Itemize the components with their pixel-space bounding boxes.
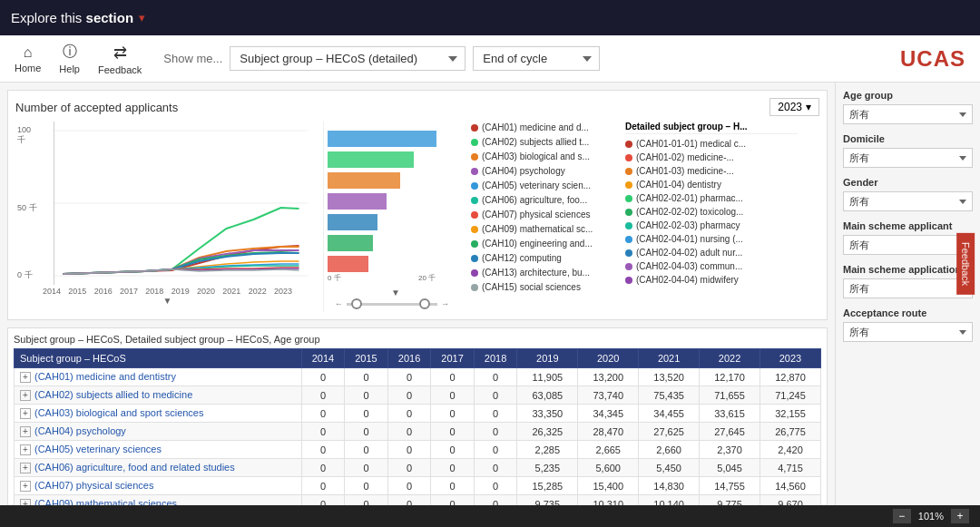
legend-label: (CAH09) mathematical sc... [482,223,593,235]
home-label: Home [15,63,41,73]
detailed-label: (CAH02-04-04) midwifery [636,274,739,286]
gender-select[interactable]: 所有 [843,191,973,211]
legend-dot [471,139,478,146]
bar-slider[interactable]: ← → [328,299,464,308]
legend-item: (CAH05) veterinary scien... [471,180,618,191]
gender-label: Gender [843,177,973,188]
table-value-cell: 0 [474,477,517,495]
main-scheme-applicant-filter: Main scheme applicant 所有 [843,220,973,255]
year-chevron: ▾ [806,101,811,113]
home-nav[interactable]: ⌂ Home [15,44,41,73]
age-group-label: Age group [843,90,973,101]
detailed-dot [625,195,632,202]
svg-text:0 千: 0 千 [328,274,341,282]
toolbar-nav: ⌂ Home ⓘ Help ⇄ Feedback [15,43,142,75]
table-value-cell: 0 [345,459,388,477]
table-value-cell: 15,400 [578,477,639,495]
table-header-cell: 2021 [639,349,700,368]
table-value-cell: 33,350 [517,405,578,423]
table-value-cell: 0 [301,477,345,495]
table-subject-cell: +(CAH03) biological and sport sciences [15,405,302,423]
legend-dot [471,240,478,248]
table-value-cell: 14,830 [639,477,700,495]
table-value-cell: 12,170 [700,368,760,386]
slider-thumb-right[interactable] [419,298,430,309]
expand-icon[interactable]: + [20,426,31,437]
legend-item: (CAH12) computing [471,252,618,264]
expand-icon[interactable]: + [20,463,31,473]
table-value-cell: 12,870 [760,368,820,386]
scroll-down-arrow[interactable]: ▼ [15,296,319,306]
table-value-cell: 14,755 [700,477,760,495]
chart-year[interactable]: 2023 ▾ [769,98,819,116]
legend-dot [471,255,478,262]
table-value-cell: 0 [431,405,475,423]
main-scheme-application-select[interactable]: 所有 [843,278,973,298]
acceptance-route-select[interactable]: 所有 [843,322,973,342]
bar-scroll-arrow[interactable]: ▼ [328,288,464,298]
legend-label: (CAH12) computing [482,252,562,264]
legend-label: (CAH03) biological and s... [482,151,590,162]
zoom-out-button[interactable]: − [893,509,911,523]
table-value-cell: 5,045 [700,459,760,477]
feedback-side-button[interactable]: Feedback [956,232,975,294]
detailed-dot [625,222,632,229]
legend-item: (CAH13) architecture, bu... [471,267,618,278]
table-value-cell: 0 [431,368,475,386]
main-scheme-applicant-label: Main scheme applicant [843,220,973,231]
age-group-select[interactable]: 所有 [843,104,973,124]
detailed-label: (CAH02-04-02) adult nur... [636,247,742,259]
expand-icon[interactable]: + [20,444,31,455]
table-value-cell: 13,520 [639,368,700,386]
slider-track[interactable] [347,303,437,306]
table-value-cell: 2,420 [760,441,820,459]
table-value-cell: 2,370 [700,441,760,459]
detailed-dot [625,249,632,257]
top-bar-chevron[interactable]: ▾ [139,11,145,24]
legend-dot [471,168,478,175]
table-value-cell: 63,085 [517,386,578,405]
legend-label: (CAH05) veterinary scien... [482,180,591,191]
detailed-legend-item: (CAH02-04-04) midwifery [625,274,798,286]
table-value-cell: 33,615 [700,405,760,423]
y-axis-0: 0 千 [17,269,41,281]
domicile-label: Domicile [843,133,973,144]
legend-dot [471,197,478,204]
table-subject-cell: +(CAH02) subjects allied to medicine [15,386,302,405]
help-label: Help [59,63,80,74]
legend-dot [471,124,478,132]
table-value-cell: 2,660 [639,441,700,459]
expand-icon[interactable]: + [20,408,31,419]
chart-title: Number of accepted applicants [15,101,178,114]
data-table: Subject group – HECoS2014201520162017201… [14,348,821,527]
detailed-legend-area: Detailed subject group – H... (CAH01-01-… [625,122,798,312]
table-title: Subject group – HECoS, Detailed subject … [14,334,821,345]
expand-icon[interactable]: + [20,390,31,401]
table-value-cell: 27,645 [700,423,760,441]
detailed-legend-item: (CAH02-02-01) pharmac... [625,192,798,204]
table-header-cell: 2020 [578,349,639,368]
domicile-select[interactable]: 所有 [843,148,973,168]
zoom-in-button[interactable]: + [951,509,969,523]
detailed-legend-item: (CAH01-01-01) medical c... [625,138,798,150]
expand-icon[interactable]: + [20,372,31,383]
help-nav[interactable]: ⓘ Help [59,43,80,74]
top-bar: Explore this section ▾ [0,0,980,35]
table-value-cell: 27,625 [639,423,700,441]
svg-rect-7 [328,193,387,210]
line-chart-svg [43,122,319,285]
slider-thumb-left[interactable] [351,298,362,309]
expand-icon[interactable]: + [20,481,31,492]
end-of-cycle-select[interactable]: End of cycle [473,46,600,71]
legend-dot [471,269,478,277]
slider-right: → [441,299,449,308]
table-value-cell: 0 [387,368,431,386]
show-me-select[interactable]: Subject group – HECoS (detailed) [230,46,466,71]
table-value-cell: 13,200 [578,368,639,386]
detailed-label: (CAH02-02-01) pharmac... [636,192,743,204]
main-scheme-applicant-select[interactable]: 所有 [843,235,973,255]
feedback-nav[interactable]: ⇄ Feedback [98,43,142,75]
legend-item: (CAH10) engineering and... [471,238,618,249]
table-value-cell: 0 [474,405,517,423]
table-value-cell: 0 [474,368,517,386]
